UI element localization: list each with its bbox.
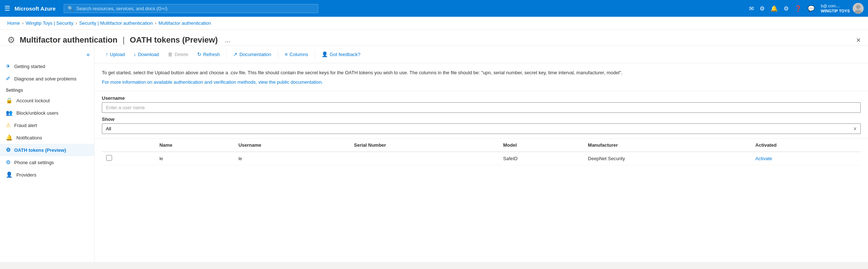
sidebar-label-getting-started: Getting started [14,64,45,69]
top-nav-icons: ✉ ⚙ 🔔 ⚙ ❓ 💬 b@.com.... WINGTIP TOYS [749,3,864,14]
sidebar-item-diagnose[interactable]: ✐ Diagnose and solve problems [0,72,94,85]
row-checkbox[interactable] [106,155,112,161]
sidebar-label-notifications: Notifications [16,135,42,141]
columns-icon: ≡ [285,51,288,57]
sidebar-item-block-unblock[interactable]: 👥 Block/unblock users [0,107,94,119]
notification-icon[interactable]: 🔔 [771,5,778,12]
sidebar-label-providers: Providers [16,172,36,178]
close-button[interactable]: ✕ [856,37,861,44]
feedback-icon[interactable]: 💬 [808,5,815,12]
lock-icon: 🔒 [6,97,13,104]
settings-icon[interactable]: ⚙ [784,5,789,12]
toolbar-separator-2 [278,50,278,59]
sidebar-label-diagnose: Diagnose and solve problems [14,76,76,82]
info-link[interactable]: For more information on available authen… [102,79,323,85]
search-input[interactable] [76,6,314,11]
show-select-wrapper: All Active Inactive ∨ [102,123,861,134]
search-bar: 🔍 [64,4,318,13]
row-name: le [155,152,234,165]
sidebar-item-providers[interactable]: 👤 Providers [0,169,94,181]
brand-name: Microsoft Azure [15,5,56,12]
users-icon: 👥 [6,110,13,116]
tokens-table: Name Username Serial Number Model Manufa… [102,139,861,165]
breadcrumb-sep-1: › [22,21,24,26]
sidebar-item-oath-tokens[interactable]: ⚙ OATH tokens (Preview) [0,144,94,156]
user-menu[interactable]: b@.com.... WINGTIP TOYS [821,3,864,14]
sidebar-collapse-button[interactable]: « [0,49,94,60]
upload-icon: ↑ [105,51,108,57]
user-email: b@.com.... [821,3,850,8]
show-label: Show [102,116,861,122]
docs-icon: ↗ [233,51,238,57]
page-title-sep: | [123,35,125,44]
sidebar: « ✈ Getting started ✐ Diagnose and solve… [0,46,95,262]
delete-button[interactable]: 🗑 Delete [164,49,192,59]
row-model: SafeID [499,152,584,165]
svg-point-1 [856,5,860,9]
row-manufacturer: DeepNet Security [584,152,751,165]
user-org: WINGTIP TOYS [821,8,850,13]
search-icon: 🔍 [68,6,73,11]
row-activated-cell: Activate [751,152,861,165]
refresh-button[interactable]: ↻ Refresh [194,49,224,59]
refresh-icon: ↻ [197,51,202,57]
bell-icon: 🔔 [6,134,13,141]
sidebar-label-block-unblock: Block/unblock users [16,110,59,116]
sidebar-item-fraud-alert[interactable]: ⚠ Fraud alert [0,119,94,131]
portal-icon[interactable]: ⚙ [760,5,765,12]
breadcrumb-current: Multifactor authentication [159,20,211,26]
main-layout: « ✈ Getting started ✐ Diagnose and solve… [0,46,868,262]
col-activated: Activated [751,139,861,152]
feedback-person-icon: 👤 [322,51,328,57]
breadcrumb-sep-3: › [155,21,156,26]
sidebar-label-oath-tokens: OATH tokens (Preview) [14,147,66,153]
activate-link[interactable]: Activate [755,156,772,161]
breadcrumb-home[interactable]: Home [7,20,20,26]
feedback-button[interactable]: 👤 Got feedback? [318,49,364,59]
sidebar-item-notifications[interactable]: 🔔 Notifications [0,131,94,144]
breadcrumb-wingtip[interactable]: Wingtip Toys | Security [26,20,73,26]
phone-gear-icon: ⚙ [6,159,11,166]
toolbar: ↑ Upload ↓ Download 🗑 Delete ↻ Refresh ↗… [95,46,868,63]
row-checkbox-cell [102,152,155,165]
form-section: Username Show All Active Inactive ∨ [95,91,868,139]
info-description: To get started, select the Upload button… [102,69,861,76]
breadcrumb-sep-2: › [76,21,77,26]
col-serial-number: Serial Number [350,139,499,152]
oath-gear-icon: ⚙ [6,147,11,153]
sidebar-item-account-lockout[interactable]: 🔒 Account lockout [0,94,94,107]
table-section: Name Username Serial Number Model Manufa… [95,139,868,165]
person-icon: 👤 [6,171,13,178]
toolbar-separator-3 [315,50,315,59]
top-nav: ☰ Microsoft Azure 🔍 ✉ ⚙ 🔔 ⚙ ❓ 💬 b@.com..… [0,0,868,17]
download-button[interactable]: ↓ Download [130,49,163,59]
info-section: To get started, select the Upload button… [95,63,868,91]
sidebar-item-getting-started[interactable]: ✈ Getting started [0,60,94,72]
col-checkbox [102,139,155,152]
breadcrumb-security[interactable]: Security | Multifactor authentication [79,20,153,26]
sidebar-label-phone-call-settings: Phone call settings [14,160,54,165]
col-username: Username [234,139,350,152]
page-options-button[interactable]: ... [225,36,231,44]
show-select[interactable]: All Active Inactive [102,124,860,134]
row-username: le [234,152,350,165]
page-header: ⚙ Multifactor authentication | OATH toke… [0,30,868,46]
sidebar-item-phone-call-settings[interactable]: ⚙ Phone call settings [0,156,94,169]
hamburger-menu[interactable]: ☰ [4,4,10,12]
compass-icon: ✈ [6,63,11,70]
upload-button[interactable]: ↑ Upload [102,49,128,59]
help-icon[interactable]: ❓ [795,5,802,12]
avatar [853,3,864,14]
row-serial-number [350,152,499,165]
sidebar-section-settings: Settings [0,85,94,94]
download-icon: ↓ [134,51,136,57]
content-area: ↑ Upload ↓ Download 🗑 Delete ↻ Refresh ↗… [95,46,868,262]
documentation-button[interactable]: ↗ Documentation [230,49,275,59]
columns-button[interactable]: ≡ Columns [281,49,312,59]
username-input[interactable] [102,102,861,113]
delete-icon: 🗑 [168,51,173,57]
toolbar-separator-1 [226,50,227,59]
mail-icon[interactable]: ✉ [749,5,754,12]
username-label: Username [102,95,861,101]
page-title: Multifactor authentication | OATH tokens… [20,35,218,45]
